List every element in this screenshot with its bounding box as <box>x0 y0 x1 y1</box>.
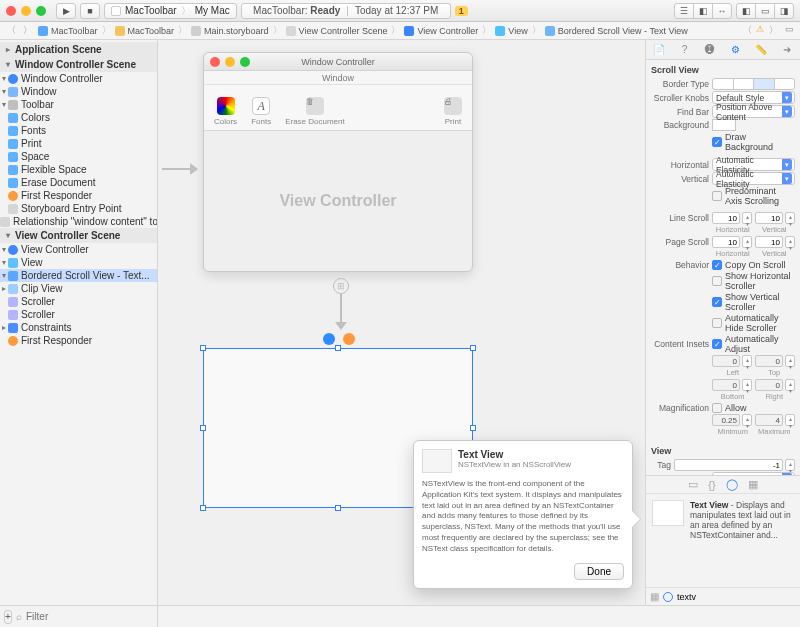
crumb-folder[interactable]: MacToolbar <box>113 26 177 36</box>
library-item-text-view[interactable]: Text View - Displays and manipulates tex… <box>646 494 800 546</box>
warnings-badge[interactable]: 1 <box>455 6 468 16</box>
next-issue-icon[interactable]: 〉 <box>766 24 780 38</box>
outline-item-colors[interactable]: Colors <box>0 111 157 124</box>
size-inspector-icon[interactable]: 📏 <box>754 43 768 57</box>
outline-first-responder-2[interactable]: First Responder <box>0 334 157 347</box>
allow-magnification-checkbox[interactable] <box>712 403 722 413</box>
stepper[interactable]: ▴▾ <box>785 212 795 224</box>
outline-entry-point[interactable]: Storyboard Entry Point <box>0 202 157 215</box>
toggle-debug-icon[interactable]: ▭ <box>755 3 775 19</box>
outline-view-controller[interactable]: ▾View Controller <box>0 243 157 256</box>
relationship-segue[interactable]: ⊞ <box>333 278 349 330</box>
outline-scroller-1[interactable]: Scroller <box>0 295 157 308</box>
window-controller-scene[interactable]: Window Controller Window Colors AFonts 🗑… <box>203 52 473 272</box>
stepper[interactable]: ▴▾ <box>742 236 752 248</box>
auto-adjust-insets-checkbox[interactable]: ✓ <box>712 339 722 349</box>
run-button[interactable]: ▶ <box>56 3 76 19</box>
back-button[interactable]: 〈 <box>4 24 18 38</box>
resize-handle[interactable] <box>200 505 206 511</box>
close-icon[interactable] <box>6 6 16 16</box>
toolbar-item-erase[interactable]: 🗑Erase Document <box>285 97 345 126</box>
library-filter-input[interactable] <box>677 592 796 602</box>
outline-relationship[interactable]: Relationship "window content" to ... <box>0 215 157 228</box>
version-editor-icon[interactable]: ↔ <box>712 3 732 19</box>
show-h-scroller-checkbox[interactable] <box>712 276 722 286</box>
outline-constraints[interactable]: ▸Constraints <box>0 321 157 334</box>
crumb-storyboard[interactable]: Main.storyboard <box>189 26 271 36</box>
crumb-project[interactable]: MacToolbar <box>36 26 100 36</box>
resize-handle[interactable] <box>335 345 341 351</box>
outline-view[interactable]: ▾View <box>0 256 157 269</box>
interface-builder-canvas[interactable]: Window Controller Window Colors AFonts 🗑… <box>158 40 646 605</box>
show-v-scroller-checkbox[interactable]: ✓ <box>712 297 722 307</box>
outline-item-erase[interactable]: Erase Document <box>0 176 157 189</box>
page-scroll-v-input[interactable] <box>755 236 783 248</box>
border-type-segment[interactable] <box>712 78 795 90</box>
predominant-axis-checkbox[interactable] <box>712 191 722 201</box>
scene-header-view-controller[interactable]: ▾View Controller Scene <box>0 228 157 243</box>
grid-view-icon[interactable]: ▦ <box>650 591 659 602</box>
crumb-vc[interactable]: View Controller <box>402 26 480 36</box>
zoom-icon[interactable] <box>36 6 46 16</box>
first-responder-icon[interactable] <box>343 333 355 345</box>
page-scroll-h-input[interactable] <box>712 236 740 248</box>
outline-window-controller[interactable]: ▾Window Controller <box>0 72 157 85</box>
forward-button[interactable]: 〉 <box>20 24 34 38</box>
attributes-inspector-icon[interactable]: ⚙ <box>729 43 743 57</box>
add-button[interactable]: + <box>4 610 12 624</box>
file-template-library-icon[interactable]: ▭ <box>688 478 698 491</box>
toolbar-item-colors[interactable]: Colors <box>214 97 237 126</box>
tag-input[interactable] <box>674 459 783 471</box>
assistant-editor-icon[interactable]: ◧ <box>693 3 713 19</box>
identity-inspector-icon[interactable]: 🅘 <box>703 43 717 57</box>
outline-scroller-2[interactable]: Scroller <box>0 308 157 321</box>
outline-clip-view[interactable]: ▸Clip View <box>0 282 157 295</box>
view-controller-icon[interactable] <box>323 333 335 345</box>
filter-scope-icon[interactable] <box>663 592 673 602</box>
line-scroll-v-input[interactable] <box>755 212 783 224</box>
resize-handle[interactable] <box>335 505 341 511</box>
resize-handle[interactable] <box>200 425 206 431</box>
scene-header-window-controller[interactable]: ▾Window Controller Scene <box>0 57 157 72</box>
outline-filter-input[interactable] <box>26 611 153 622</box>
line-scroll-h-input[interactable] <box>712 212 740 224</box>
done-button[interactable]: Done <box>574 563 624 580</box>
outline-bordered-scroll-view[interactable]: ▾Bordered Scroll View - Text... <box>0 269 157 282</box>
outline-first-responder[interactable]: First Responder <box>0 189 157 202</box>
scheme-selector[interactable]: MacToolbar 〉 My Mac <box>104 3 237 19</box>
minimize-icon[interactable] <box>21 6 31 16</box>
stop-button[interactable]: ■ <box>80 3 100 19</box>
outline-item-flexspace[interactable]: Flexible Space <box>0 163 157 176</box>
toggle-inspector-icon[interactable]: ◨ <box>774 3 794 19</box>
outline-item-fonts[interactable]: Fonts <box>0 124 157 137</box>
issue-warn-icon[interactable]: ⚠ <box>756 24 764 38</box>
standard-editor-icon[interactable]: ☰ <box>674 3 694 19</box>
outline-item-space[interactable]: Space <box>0 150 157 163</box>
draw-background-checkbox[interactable]: ✓ <box>712 137 722 147</box>
copy-on-scroll-checkbox[interactable]: ✓ <box>712 260 722 270</box>
file-inspector-icon[interactable]: 📄 <box>652 43 666 57</box>
focus-ring-select[interactable]: Default <box>712 472 795 475</box>
connections-inspector-icon[interactable]: ➜ <box>780 43 794 57</box>
code-snippet-library-icon[interactable]: {} <box>708 479 715 491</box>
vertical-elasticity-select[interactable]: Automatic Elasticity <box>712 172 795 185</box>
toggle-navigator-icon[interactable]: ◧ <box>736 3 756 19</box>
resize-handle[interactable] <box>470 425 476 431</box>
crumb-scene[interactable]: View Controller Scene <box>284 26 390 36</box>
auto-hide-scroller-checkbox[interactable] <box>712 318 722 328</box>
resize-handle[interactable] <box>470 345 476 351</box>
stepper[interactable]: ▴▾ <box>785 459 795 471</box>
object-library-icon[interactable]: ◯ <box>726 478 738 491</box>
editor-mode-segment[interactable]: ☰ ◧ ↔ <box>674 3 732 19</box>
scene-header-application[interactable]: ▸Application Scene <box>0 42 157 57</box>
find-bar-select[interactable]: Position Above Content <box>712 105 795 118</box>
resize-handle[interactable] <box>200 345 206 351</box>
crumb-bsv[interactable]: Bordered Scroll View - Text View <box>543 26 690 36</box>
stepper[interactable]: ▴▾ <box>785 236 795 248</box>
crumb-view[interactable]: View <box>493 26 529 36</box>
outline-item-print[interactable]: Print <box>0 137 157 150</box>
pane-visibility-segment[interactable]: ◧ ▭ ◨ <box>736 3 794 19</box>
outline-window[interactable]: ▾Window <box>0 85 157 98</box>
media-library-icon[interactable]: ▦ <box>748 478 758 491</box>
toolbar-item-fonts[interactable]: AFonts <box>251 97 271 126</box>
